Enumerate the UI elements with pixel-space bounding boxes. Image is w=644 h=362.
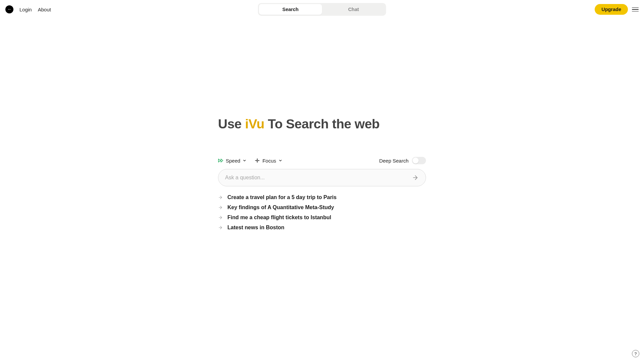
- search-box: [218, 169, 426, 186]
- speed-dropdown[interactable]: Speed: [218, 158, 247, 164]
- deep-search-label: Deep Search: [379, 158, 409, 164]
- hero-prefix: Use: [218, 117, 245, 131]
- suggestion-text: Create a travel plan for a 5 day trip to…: [227, 194, 336, 200]
- menu-icon[interactable]: [632, 6, 639, 13]
- focus-icon: [255, 158, 260, 163]
- suggestion-item[interactable]: Key findings of A Quantitative Meta-Stud…: [218, 204, 426, 210]
- focus-dropdown[interactable]: Focus: [255, 158, 282, 164]
- suggestion-text: Key findings of A Quantitative Meta-Stud…: [227, 204, 334, 210]
- tab-search[interactable]: Search: [259, 4, 322, 15]
- tab-chat[interactable]: Chat: [322, 4, 385, 15]
- chevron-down-icon: [243, 159, 247, 163]
- help-icon: ?: [634, 351, 637, 356]
- suggestion-item[interactable]: Latest news in Boston: [218, 225, 426, 231]
- about-link[interactable]: About: [38, 7, 51, 12]
- hero-brand: iVu: [245, 117, 264, 131]
- chevron-down-icon: [278, 159, 282, 163]
- arrow-right-icon: [218, 215, 223, 220]
- svg-marker-0: [221, 159, 223, 162]
- suggestions-list: Create a travel plan for a 5 day trip to…: [218, 194, 426, 231]
- arrow-right-icon: [412, 174, 419, 181]
- login-link[interactable]: Login: [19, 7, 32, 12]
- suggestion-text: Find me a cheap flight tickets to Istanb…: [227, 215, 331, 221]
- submit-button[interactable]: [412, 174, 419, 181]
- hero-mid: To: [264, 117, 286, 131]
- suggestion-item[interactable]: Find me a cheap flight tickets to Istanb…: [218, 215, 426, 221]
- focus-label: Focus: [262, 158, 276, 164]
- logo-icon[interactable]: [5, 5, 13, 13]
- search-input[interactable]: [225, 175, 412, 181]
- arrow-right-icon: [218, 225, 223, 230]
- speed-label: Speed: [226, 158, 240, 164]
- svg-point-2: [257, 160, 258, 161]
- suggestion-text: Latest news in Boston: [227, 225, 284, 231]
- suggestion-item[interactable]: Create a travel plan for a 5 day trip to…: [218, 194, 426, 200]
- hero-suffix: Search the web: [286, 117, 380, 131]
- page-title: Use iVu To Search the web: [218, 117, 426, 131]
- deep-search-toggle[interactable]: [412, 157, 426, 164]
- upgrade-button[interactable]: Upgrade: [595, 4, 628, 15]
- arrow-right-icon: [218, 195, 223, 200]
- mode-switch: Search Chat: [258, 3, 386, 16]
- arrow-right-icon: [218, 205, 223, 210]
- fast-forward-icon: [218, 158, 223, 163]
- svg-marker-1: [218, 159, 220, 162]
- help-button[interactable]: ?: [632, 350, 639, 357]
